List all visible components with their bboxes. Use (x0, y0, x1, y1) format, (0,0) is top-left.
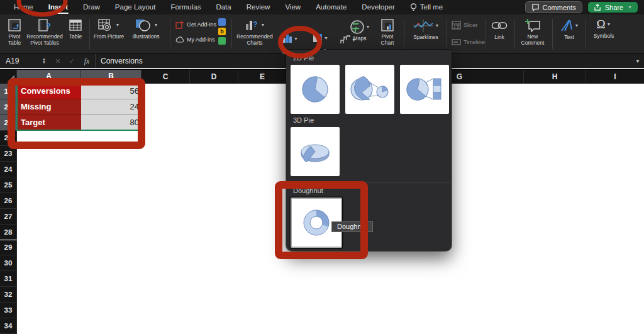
row-header-22[interactable]: 22 (0, 131, 17, 147)
chart-type-pie-3d[interactable] (291, 127, 340, 176)
share-icon (594, 4, 602, 11)
pivot-table-icon (8, 18, 21, 33)
my-addins-icon (175, 36, 184, 43)
formula-bar-expand-icon[interactable]: ▼ (635, 58, 644, 64)
menu-tab-developer[interactable]: Developer (354, 0, 402, 14)
from-picture-button[interactable]: ▼ From Picture (92, 18, 125, 40)
chevron-down-icon: ▼ (154, 23, 158, 28)
timeline-button[interactable]: Timeline (452, 38, 485, 46)
column-header-A[interactable]: A (17, 70, 81, 84)
addin-green-icon[interactable] (218, 37, 226, 45)
menu-right: Comments Share ▼ (525, 1, 644, 13)
maps-button[interactable]: ▼ Maps (347, 19, 373, 42)
addin-quick-icons: b (218, 18, 226, 45)
new-comment-button[interactable]: New Comment (517, 18, 548, 46)
timeline-icon (452, 38, 461, 46)
fill-handle[interactable] (140, 128, 144, 133)
row-header-21[interactable]: 21 (0, 115, 17, 131)
chart-menu-section-doughnut: Doughnut (286, 182, 452, 198)
chart-type-bar-of-pie[interactable] (400, 65, 449, 114)
table-button[interactable]: Table (64, 18, 87, 40)
column-header-D[interactable]: D (190, 70, 238, 84)
link-label: Link (494, 34, 504, 40)
timeline-label: Timeline (464, 39, 485, 45)
menu-tab-page-layout[interactable]: Page Layout (108, 0, 164, 14)
menu-tab-insert[interactable]: Insert (41, 0, 75, 14)
chart-type-pie-of-pie[interactable] (345, 65, 394, 114)
name-box[interactable]: A19 (0, 57, 42, 65)
recommended-pivot-tables-icon: ? (38, 18, 51, 33)
chevron-down-icon: ▼ (324, 36, 328, 40)
chart-type-pie[interactable] (291, 65, 340, 114)
column-header-C[interactable]: C (142, 70, 190, 84)
row-header-32[interactable]: 32 (0, 287, 17, 303)
menu-tab-review[interactable]: Review (239, 0, 278, 14)
recommended-pivot-tables-button[interactable]: ? Recommended Pivot Tables (25, 18, 64, 46)
addin-bing-icon[interactable]: b (218, 28, 226, 35)
get-addins-button[interactable]: Get Add-ins (175, 20, 216, 29)
slicer-button[interactable]: Slicer (452, 21, 478, 30)
name-box-stepper[interactable]: ▲▼ (42, 58, 51, 65)
recommended-charts-label: Recommended Charts (235, 33, 275, 46)
link-button[interactable]: Link (488, 18, 511, 40)
selection-outline (16, 82, 142, 131)
hierarchy-chart-button[interactable]: ▼ (313, 33, 328, 43)
menu-tab-label: Review (247, 3, 270, 11)
insert-function-icon[interactable]: fx (79, 57, 95, 66)
share-button[interactable]: Share ▼ (588, 2, 638, 13)
row-header-19[interactable]: 19 (0, 84, 17, 99)
column-header-B[interactable]: B (81, 70, 142, 84)
menu-tab-tell-me[interactable]: Tell me (402, 0, 450, 14)
row-header-33[interactable]: 33 (0, 303, 17, 318)
symbols-button[interactable]: Ω▼ Symbols (589, 17, 619, 39)
row-header-29[interactable]: 29 (0, 240, 17, 256)
sparklines-button[interactable]: ▼ Sparklines (408, 18, 444, 40)
pivot-table-button[interactable]: Pivot Table (3, 18, 26, 46)
row-header-26[interactable]: 26 (0, 193, 17, 209)
pie-chart-dropdown-menu: 2D Pie3D PieDoughnut (286, 50, 452, 251)
menu-tab-label: Page Layout (115, 3, 156, 11)
select-all-corner[interactable] (0, 70, 17, 84)
confirm-icon[interactable]: ✓ (65, 57, 79, 65)
chevron-down-icon: ▼ (366, 25, 370, 30)
menu-tab-view[interactable]: View (277, 0, 308, 14)
row-header-31[interactable]: 31 (0, 271, 17, 287)
recommended-charts-button[interactable]: ?▼ Recommended Charts (235, 18, 275, 46)
row-header-25[interactable]: 25 (0, 177, 17, 193)
addin-blue-icon[interactable] (218, 18, 226, 26)
menu-tab-home[interactable]: Home (6, 0, 41, 14)
menu-tab-automate[interactable]: Automate (308, 0, 354, 14)
hierarchy-chart-icon (313, 33, 323, 43)
menu-tab-label: Automate (316, 3, 347, 11)
column-header-H[interactable]: H (524, 70, 586, 84)
menu-tab-label: Insert (48, 3, 68, 11)
row-header-24[interactable]: 24 (0, 162, 17, 177)
column-header-E[interactable]: E (238, 70, 287, 84)
row-header-23[interactable]: 23 (0, 146, 17, 162)
column-header-I[interactable]: I (586, 70, 644, 84)
column-chart-button[interactable]: ▼ (282, 34, 298, 43)
my-addins-button[interactable]: My Add-ins ▼ (175, 36, 223, 43)
menu-tab-formulas[interactable]: Formulas (163, 0, 208, 14)
comments-button[interactable]: Comments (525, 1, 582, 13)
cancel-icon[interactable]: ✕ (51, 57, 65, 65)
menu-tab-data[interactable]: Data (208, 0, 238, 14)
chevron-down-icon: ▼ (261, 23, 265, 28)
row-header-34[interactable]: 34 (0, 318, 17, 334)
menu-tab-label: View (285, 3, 301, 11)
row-header-20[interactable]: 20 (0, 99, 17, 115)
row-header-30[interactable]: 30 (0, 255, 17, 271)
menu-tab-label: Developer (362, 3, 394, 11)
row-header-28[interactable]: 28 (0, 225, 17, 240)
text-icon: ▼ (560, 18, 579, 33)
menu-tab-label: Draw (83, 3, 100, 11)
menu-tab-label: Home (14, 3, 33, 11)
row-header-27[interactable]: 27 (0, 209, 17, 225)
pivot-chart-button[interactable]: Pivot Chart (374, 18, 401, 46)
menu-tab-draw[interactable]: Draw (75, 0, 108, 14)
illustrations-button[interactable]: ▼ Illustrations (126, 18, 166, 40)
text-button[interactable]: ▼ Text (556, 18, 582, 40)
slicer-label: Slicer (464, 22, 478, 28)
new-comment-label: New Comment (517, 33, 548, 46)
text-label: Text (564, 34, 574, 40)
